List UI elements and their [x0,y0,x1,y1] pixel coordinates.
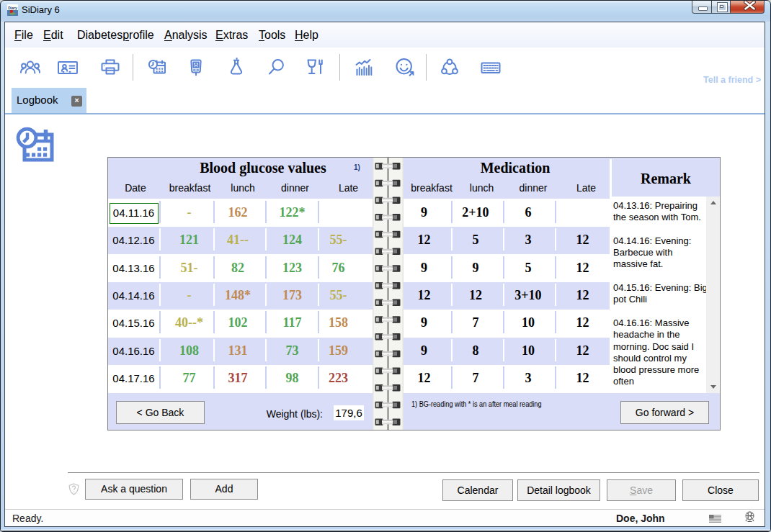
svg-text:Diary: Diary [8,6,17,10]
